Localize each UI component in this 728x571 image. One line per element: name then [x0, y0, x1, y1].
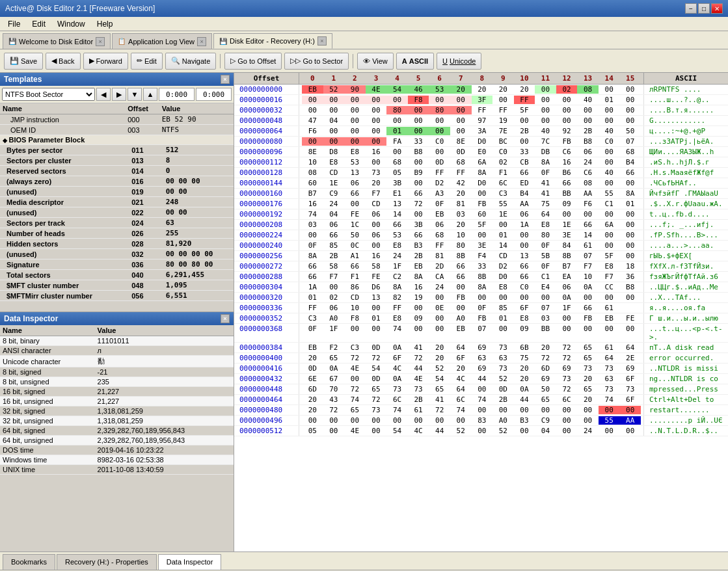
insp-row-value[interactable]: 2,329,282,760,189,956,843	[95, 426, 234, 436]
hex-byte[interactable]: 00	[366, 116, 387, 125]
hex-byte[interactable]: 00	[366, 158, 387, 166]
hex-row[interactable]: 00000004486D70726573736564000D0A50726573…	[234, 384, 728, 395]
tmpl-btn-up[interactable]: ▲	[143, 88, 157, 101]
hex-byte[interactable]: A0	[323, 314, 345, 323]
hex-byte[interactable]: 00	[429, 96, 450, 104]
hex-byte[interactable]: 00	[366, 325, 387, 341]
hex-byte[interactable]: 8A	[408, 272, 429, 281]
hex-byte[interactable]: C3	[492, 189, 514, 198]
hex-byte[interactable]: 00	[556, 106, 578, 114]
hex-byte[interactable]: 4E	[344, 364, 366, 373]
hex-byte[interactable]: FA	[386, 137, 408, 146]
hex-byte[interactable]: CA	[429, 272, 450, 281]
hex-byte[interactable]: 0A	[556, 293, 578, 302]
hex-byte[interactable]: 74	[344, 395, 366, 404]
hex-byte[interactable]: 20	[514, 85, 535, 94]
hex-byte[interactable]: 00	[323, 427, 345, 435]
hex-byte[interactable]: 68	[619, 148, 641, 156]
hex-byte[interactable]: 0D	[450, 148, 472, 156]
hex-byte[interactable]: 14	[577, 231, 599, 239]
hex-byte[interactable]: 52	[492, 427, 514, 435]
hex-byte[interactable]: 73	[366, 168, 387, 177]
hex-byte[interactable]: 00	[302, 416, 323, 425]
hex-row[interactable]: 0000000480207265737461727400000000000000…	[234, 405, 728, 416]
hex-byte[interactable]: E8	[492, 283, 514, 291]
hex-byte[interactable]: 5F	[472, 220, 493, 229]
hex-byte[interactable]: 00	[535, 406, 556, 414]
hex-byte[interactable]: 00	[408, 416, 429, 425]
hex-byte[interactable]: 64	[599, 354, 620, 362]
close-button[interactable]: ✕	[711, 3, 723, 14]
hex-byte[interactable]: F4	[472, 252, 493, 260]
hex-byte[interactable]: 00	[599, 231, 620, 239]
template-selector[interactable]: NTFS Boot Sector	[2, 88, 95, 101]
hex-byte[interactable]: 0C	[344, 241, 366, 250]
hex-byte[interactable]: 3B	[408, 220, 429, 229]
hex-byte[interactable]: 02	[492, 158, 514, 166]
hex-byte[interactable]: 8A	[619, 189, 641, 198]
hex-byte[interactable]: 85	[323, 241, 345, 250]
hex-byte[interactable]: 8A	[472, 168, 493, 177]
hex-byte[interactable]: 00	[408, 325, 429, 341]
hex-byte[interactable]: 00	[599, 293, 620, 302]
hex-byte[interactable]: 66	[386, 220, 408, 229]
hex-byte[interactable]: 0E	[429, 304, 450, 312]
hex-byte[interactable]: DB	[535, 148, 556, 156]
tab-recovery-props[interactable]: Recovery (H:) - Properties	[57, 554, 157, 570]
hex-byte[interactable]: 65	[535, 395, 556, 404]
hex-byte[interactable]: 00	[577, 406, 599, 414]
hex-byte[interactable]: 55	[599, 189, 620, 198]
hex-byte[interactable]: 66	[302, 262, 323, 271]
hex-byte[interactable]: 0D	[429, 158, 450, 166]
hex-byte[interactable]: 69	[556, 364, 578, 373]
hex-byte[interactable]: 03	[535, 314, 556, 323]
hex-byte[interactable]: 14	[386, 210, 408, 219]
hex-byte[interactable]: 06	[514, 210, 535, 219]
hex-byte[interactable]: 84	[556, 241, 578, 250]
hex-byte[interactable]: 00	[472, 189, 493, 198]
hex-row[interactable]: 0000000272665866581FEB2D6633D2660FB7F7E8…	[234, 261, 728, 272]
hex-byte[interactable]: 00	[599, 179, 620, 187]
hex-byte[interactable]: FE	[619, 314, 641, 323]
hex-byte[interactable]: 07	[535, 304, 556, 312]
hex-byte[interactable]: 00	[619, 96, 641, 104]
hex-byte[interactable]: 74	[386, 406, 408, 414]
hex-byte[interactable]: A3	[429, 189, 450, 198]
hex-byte[interactable]: 85	[492, 304, 514, 312]
hex-byte[interactable]: 0A	[386, 343, 408, 352]
hex-byte[interactable]: D0	[492, 272, 514, 281]
hex-byte[interactable]: 20	[472, 85, 493, 94]
hex-row[interactable]: 00000002400F850C00E8B3FF803E14000F846100…	[234, 241, 728, 251]
hex-byte[interactable]: 63	[492, 354, 514, 362]
hex-byte[interactable]: 80	[535, 231, 556, 239]
hex-byte[interactable]: 03	[450, 210, 472, 219]
hex-byte[interactable]: 65	[429, 385, 450, 393]
hex-byte[interactable]: 00	[450, 127, 472, 135]
hex-byte[interactable]: 13	[386, 200, 408, 208]
hex-byte[interactable]: C1	[535, 272, 556, 281]
hex-byte[interactable]: 00	[535, 116, 556, 125]
hex-byte[interactable]: BB	[535, 325, 556, 341]
hex-byte[interactable]: 5B	[535, 252, 556, 260]
hex-byte[interactable]: C6	[577, 168, 599, 177]
hex-byte[interactable]: 00	[344, 106, 366, 114]
hex-byte[interactable]: 20	[450, 364, 472, 373]
hex-byte[interactable]: 00	[450, 304, 472, 312]
hex-byte[interactable]: 6D	[302, 385, 323, 393]
hex-byte[interactable]: F8	[408, 96, 429, 104]
hex-byte[interactable]: 8A	[386, 283, 408, 291]
hex-byte[interactable]: 00	[344, 416, 366, 425]
hex-byte[interactable]: D8	[323, 148, 345, 156]
hex-row[interactable]: 0000000336FF061000FF000E000F856F071F6661…	[234, 303, 728, 313]
hex-byte[interactable]: 6A	[472, 158, 493, 166]
hex-byte[interactable]: AA	[619, 416, 641, 425]
hex-byte[interactable]: 1A	[302, 283, 323, 291]
goto-sector-button[interactable]: ▷▷ Go to Sector	[284, 53, 349, 70]
menu-help[interactable]: Help	[92, 18, 118, 30]
hex-byte[interactable]: 00	[386, 148, 408, 156]
hex-byte[interactable]: 50	[344, 231, 366, 239]
hex-byte[interactable]: FB	[450, 293, 472, 302]
hex-byte[interactable]: A0	[492, 416, 514, 425]
unicode-button[interactable]: U Unicode	[437, 53, 481, 70]
hex-byte[interactable]: 6C	[450, 395, 472, 404]
